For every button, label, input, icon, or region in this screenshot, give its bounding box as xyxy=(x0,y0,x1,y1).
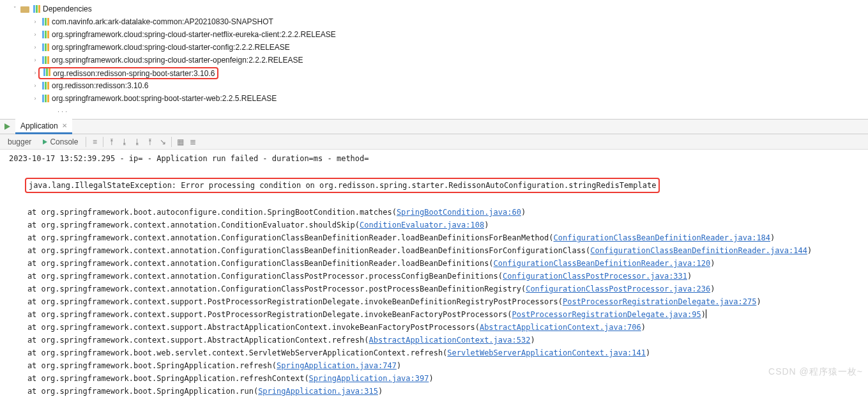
stack-line: at org.springframework.boot.autoconfigur… xyxy=(9,206,864,219)
dependency-label: org.redisson:redisson:3.10.6 xyxy=(52,81,148,90)
source-link[interactable]: SpringBootCondition.java:60 xyxy=(397,208,521,217)
dependency-item[interactable]: ›org.springframework.boot:spring-boot-st… xyxy=(4,92,864,105)
export-icon[interactable]: ⭱ xyxy=(144,136,156,148)
stack-line: at org.springframework.context.annotatio… xyxy=(9,270,864,283)
console-toolbar[interactable]: bugger Console ≡ ⭱ ⭳ ⭳ ⭱ ↘ ▦ ≣ xyxy=(0,134,868,150)
log-line: 2023-10-17 13:52:39.295 - ip= - Applicat… xyxy=(9,152,864,165)
tab-debugger[interactable]: bugger xyxy=(3,136,36,148)
dependency-highlight: org.redisson:redisson-spring-boot-starte… xyxy=(38,67,218,79)
svg-marker-0 xyxy=(4,123,10,130)
dependencies-label: Dependencies xyxy=(43,4,92,13)
source-link[interactable]: ConfigurationClassBeanDefinitionReader.j… xyxy=(494,259,711,268)
source-link[interactable]: AbstractApplicationContext.java:706 xyxy=(480,323,641,332)
up-icon[interactable]: ⭱ xyxy=(106,136,118,148)
stack-line: at org.springframework.boot.SpringApplic… xyxy=(9,359,864,372)
stack-line: at org.springframework.context.annotatio… xyxy=(9,244,864,257)
library-icon xyxy=(41,31,50,38)
separator xyxy=(103,137,103,147)
source-link[interactable]: SpringApplication.java:747 xyxy=(277,361,397,370)
stack-line: at org.springframework.context.support.A… xyxy=(9,321,864,334)
dependency-label: org.redisson:redisson-spring-boot-starte… xyxy=(53,69,215,78)
stack-line: at org.springframework.context.annotatio… xyxy=(9,219,864,231)
chevron-right-icon[interactable]: › xyxy=(32,82,38,89)
run-icon xyxy=(3,122,11,131)
chevron-down-icon[interactable]: ˅ xyxy=(11,6,18,12)
source-link[interactable]: ServletWebServerApplicationContext.java:… xyxy=(447,348,646,357)
library-icon xyxy=(41,82,50,90)
separator xyxy=(86,137,86,147)
dependency-item[interactable]: ›org.springframework.cloud:spring-cloud-… xyxy=(4,28,864,41)
source-link[interactable]: ConfigurationClassBeanDefinitionReader.j… xyxy=(554,233,771,242)
dependency-label: org.springframework.boot:spring-boot-sta… xyxy=(52,94,277,103)
chevron-right-icon[interactable]: › xyxy=(32,44,38,51)
source-link[interactable]: ConfigurationClassBeanDefinitionReader.j… xyxy=(590,246,807,255)
dependency-item[interactable]: ›org.springframework.cloud:spring-cloud-… xyxy=(4,54,864,66)
library-icon xyxy=(32,5,41,13)
source-link[interactable]: PostProcessorRegistrationDelegate.java:9… xyxy=(512,310,701,319)
source-link[interactable]: ConfigurationClassPostProcessor.java:331 xyxy=(503,272,687,281)
list-icon[interactable]: ≣ xyxy=(187,136,199,148)
dependency-item[interactable]: ›com.navinfo.ark:ark-datalake-common:AP2… xyxy=(4,15,864,28)
play-icon xyxy=(43,139,47,144)
source-link[interactable]: PostProcessorRegistrationDelegate.java:2… xyxy=(563,297,756,306)
dependency-item[interactable]: ›org.redisson:redisson-spring-boot-start… xyxy=(4,66,864,79)
chevron-right-icon[interactable]: › xyxy=(32,31,38,38)
chevron-right-icon[interactable]: › xyxy=(32,19,38,25)
chevron-right-icon[interactable]: › xyxy=(32,95,38,102)
stack-line: at org.springframework.context.support.P… xyxy=(9,295,864,308)
dependency-label: com.navinfo.ark:ark-datalake-common:AP20… xyxy=(52,17,273,26)
dependency-item[interactable]: ›org.springframework.cloud:spring-cloud-… xyxy=(4,41,864,54)
stack-line: at org.springframework.boot.SpringApplic… xyxy=(9,385,864,397)
library-icon xyxy=(41,18,50,26)
stack-line: at org.springframework.context.annotatio… xyxy=(9,283,864,295)
library-icon xyxy=(41,56,50,64)
source-link[interactable]: ConfigurationClassPostProcessor.java:236 xyxy=(526,284,710,293)
source-link[interactable]: ConditionEvaluator.java:108 xyxy=(360,221,484,230)
library-icon xyxy=(41,43,50,51)
library-icon xyxy=(42,68,51,76)
tab-console[interactable]: Console xyxy=(38,136,83,148)
stack-line: at org.springframework.context.annotatio… xyxy=(9,257,864,270)
filter-icon[interactable]: ↘ xyxy=(157,136,169,148)
tab-application[interactable]: Application ✕ xyxy=(15,119,72,134)
console-output[interactable]: 2023-10-17 13:52:39.295 - ip= - Applicat… xyxy=(0,150,868,397)
chevron-right-icon[interactable]: › xyxy=(32,70,38,76)
dependency-label: org.springframework.cloud:spring-cloud-s… xyxy=(52,56,303,65)
tab-label: Application xyxy=(20,121,58,130)
stack-line: at org.springframework.boot.web.servlet.… xyxy=(9,346,864,359)
library-icon xyxy=(41,95,50,102)
exception-line: java.lang.IllegalStateException: Error p… xyxy=(9,165,864,206)
tool-window-tabs[interactable]: Application ✕ xyxy=(0,119,868,134)
exception-highlight: java.lang.IllegalStateException: Error p… xyxy=(25,178,660,193)
stack-line: at org.springframework.context.annotatio… xyxy=(9,231,864,244)
source-link[interactable]: SpringApplication.java:397 xyxy=(309,374,429,383)
dependency-label: org.springframework.cloud:spring-cloud-s… xyxy=(52,30,336,39)
stack-line: at org.springframework.context.support.A… xyxy=(9,334,864,346)
grid-icon[interactable]: ▦ xyxy=(174,136,186,148)
text-cursor xyxy=(706,309,706,318)
dependency-label: org.springframework.cloud:spring-cloud-s… xyxy=(52,43,290,52)
close-icon[interactable]: ✕ xyxy=(62,122,67,129)
down-icon[interactable]: ⭳ xyxy=(119,136,130,148)
chevron-right-icon[interactable]: › xyxy=(32,57,38,63)
dependencies-node[interactable]: ˅ Dependencies xyxy=(4,3,864,15)
tree-more: · · · xyxy=(4,105,864,118)
folder-icon xyxy=(20,5,29,13)
source-link[interactable]: AbstractApplicationContext.java:532 xyxy=(369,336,531,345)
stack-line: at org.springframework.context.support.P… xyxy=(9,308,864,321)
source-link[interactable]: SpringApplication.java:315 xyxy=(258,387,378,396)
dependency-item[interactable]: ›org.redisson:redisson:3.10.6 xyxy=(4,79,864,92)
down2-icon[interactable]: ⭳ xyxy=(132,136,143,148)
stack-line: at org.springframework.boot.SpringApplic… xyxy=(9,372,864,385)
project-tree[interactable]: ˅ Dependencies ›com.navinfo.ark:ark-data… xyxy=(0,0,868,119)
layout-icon[interactable]: ≡ xyxy=(89,136,100,148)
separator xyxy=(171,137,172,147)
